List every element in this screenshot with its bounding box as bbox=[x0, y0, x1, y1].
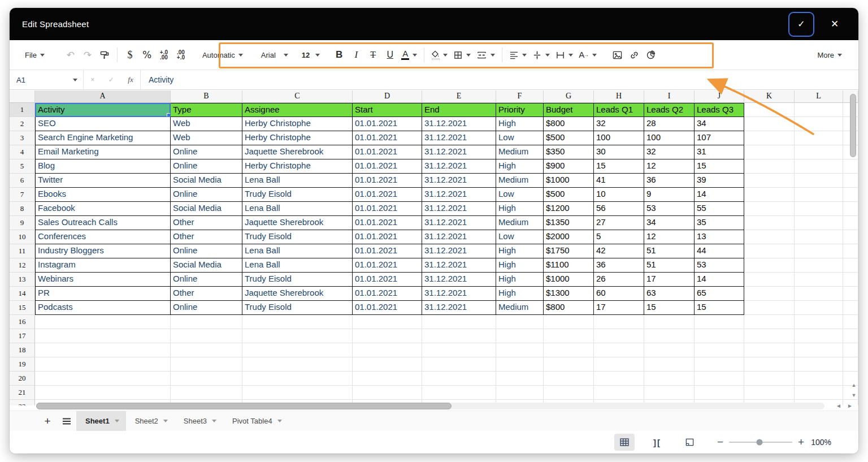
cell-G5[interactable]: $900 bbox=[544, 159, 594, 174]
scroll-up-icon[interactable]: ▲ bbox=[850, 382, 857, 388]
row-header-7[interactable]: 7 bbox=[10, 188, 35, 202]
cell-I2[interactable]: 28 bbox=[644, 117, 695, 131]
cell-C7[interactable]: Trudy Eisold bbox=[242, 188, 353, 202]
cell-A10[interactable]: Conferences bbox=[35, 230, 171, 244]
column-header-D[interactable]: D bbox=[353, 90, 422, 103]
cell-B4[interactable]: Online bbox=[171, 145, 242, 159]
cell-A17[interactable] bbox=[35, 329, 171, 343]
borders-button[interactable] bbox=[450, 45, 474, 64]
cell-K13[interactable] bbox=[744, 273, 795, 287]
cell-J4[interactable]: 31 bbox=[695, 145, 744, 159]
cell-I12[interactable]: 51 bbox=[644, 258, 695, 273]
cell-E18[interactable] bbox=[422, 343, 496, 357]
cell-I16[interactable] bbox=[644, 315, 695, 329]
row-header-17[interactable]: 17 bbox=[10, 329, 35, 343]
cell-B12[interactable]: Social Media bbox=[171, 258, 242, 273]
cell-C1[interactable]: Assignee bbox=[242, 103, 353, 117]
horizontal-scrollbar[interactable] bbox=[36, 403, 824, 409]
cell-G12[interactable]: $1100 bbox=[544, 258, 594, 273]
cell-G13[interactable]: $1000 bbox=[544, 273, 594, 287]
chevron-down-icon[interactable] bbox=[163, 420, 168, 422]
cell-C16[interactable] bbox=[242, 315, 353, 329]
cell-A6[interactable]: Twitter bbox=[35, 174, 171, 188]
merge-cells-button[interactable] bbox=[474, 45, 498, 64]
cell-B2[interactable]: Web bbox=[171, 117, 242, 131]
cell-C2[interactable]: Herby Christophe bbox=[242, 117, 353, 131]
cell-B6[interactable]: Social Media bbox=[171, 174, 242, 188]
cell-C17[interactable] bbox=[242, 329, 353, 343]
cell-F8[interactable]: High bbox=[496, 202, 544, 216]
cell-C5[interactable]: Herby Christophe bbox=[242, 159, 353, 174]
horizontal-scrollbar-thumb[interactable] bbox=[36, 403, 452, 409]
scroll-down-icon[interactable]: ▼ bbox=[850, 392, 857, 398]
sheet-tab-sheet1[interactable]: Sheet1 bbox=[76, 411, 126, 431]
cell-G3[interactable]: $500 bbox=[544, 131, 594, 145]
underline-button[interactable]: U bbox=[381, 45, 398, 64]
cell-C4[interactable]: Jaquette Sherebrook bbox=[242, 145, 353, 159]
cell-A14[interactable]: PR bbox=[35, 287, 171, 301]
column-header-G[interactable]: G bbox=[544, 90, 594, 103]
insert-image-button[interactable] bbox=[609, 45, 626, 64]
cell-D18[interactable] bbox=[353, 343, 422, 357]
cell-C20[interactable] bbox=[242, 372, 353, 386]
cell-H10[interactable]: 5 bbox=[594, 230, 644, 244]
column-header-K[interactable]: K bbox=[744, 90, 795, 103]
cell-G10[interactable]: $2000 bbox=[544, 230, 594, 244]
cell-I19[interactable] bbox=[644, 357, 695, 372]
cell-F4[interactable]: Medium bbox=[496, 145, 544, 159]
cell-K9[interactable] bbox=[744, 216, 795, 230]
cell-L18[interactable] bbox=[795, 343, 843, 357]
cell-F3[interactable]: Low bbox=[496, 131, 544, 145]
row-header-12[interactable]: 12 bbox=[10, 258, 35, 273]
cell-L7[interactable] bbox=[795, 188, 843, 202]
vertical-scrollbar[interactable] bbox=[850, 93, 857, 398]
cell-name-box[interactable]: A1 bbox=[10, 70, 83, 89]
cell-E2[interactable]: 31.12.2021 bbox=[422, 117, 496, 131]
cell-D12[interactable]: 01.01.2021 bbox=[353, 258, 422, 273]
cell-B19[interactable] bbox=[171, 357, 242, 372]
column-header-J[interactable]: J bbox=[695, 90, 744, 103]
cell-H1[interactable]: Leads Q1 bbox=[594, 103, 644, 117]
cell-J17[interactable] bbox=[695, 329, 744, 343]
cell-F6[interactable]: Medium bbox=[496, 174, 544, 188]
column-header-F[interactable]: F bbox=[496, 90, 544, 103]
column-header-A[interactable]: A bbox=[35, 90, 171, 103]
cell-A12[interactable]: Instagram bbox=[35, 258, 171, 273]
row-header-21[interactable]: 21 bbox=[10, 386, 35, 400]
cell-E4[interactable]: 31.12.2021 bbox=[422, 145, 496, 159]
cell-H9[interactable]: 27 bbox=[594, 216, 644, 230]
cell-J5[interactable]: 15 bbox=[695, 159, 744, 174]
cell-F21[interactable] bbox=[496, 386, 544, 400]
cell-I5[interactable]: 12 bbox=[644, 159, 695, 174]
currency-format-button[interactable]: $ bbox=[121, 45, 138, 64]
insert-chart-button[interactable] bbox=[643, 45, 659, 64]
cell-B1[interactable]: Type bbox=[171, 103, 242, 117]
cell-C8[interactable]: Lena Ball bbox=[242, 202, 353, 216]
cell-J7[interactable]: 14 bbox=[695, 188, 744, 202]
cell-F17[interactable] bbox=[496, 329, 544, 343]
row-header-6[interactable]: 6 bbox=[10, 174, 35, 188]
cell-L1[interactable] bbox=[795, 103, 843, 117]
row-header-13[interactable]: 13 bbox=[10, 273, 35, 287]
cell-F15[interactable]: Medium bbox=[496, 301, 544, 315]
cell-I10[interactable]: 12 bbox=[644, 230, 695, 244]
cell-F18[interactable] bbox=[496, 343, 544, 357]
cell-K16[interactable] bbox=[744, 315, 795, 329]
row-header-20[interactable]: 20 bbox=[10, 372, 35, 386]
cell-G20[interactable] bbox=[544, 372, 594, 386]
cell-H4[interactable]: 30 bbox=[594, 145, 644, 159]
cell-C3[interactable]: Herby Christophe bbox=[242, 131, 353, 145]
cell-A5[interactable]: Blog bbox=[35, 159, 171, 174]
cell-J13[interactable]: 14 bbox=[695, 273, 744, 287]
cell-K10[interactable] bbox=[744, 230, 795, 244]
cell-E19[interactable] bbox=[422, 357, 496, 372]
scroll-right-icon[interactable]: ► bbox=[847, 403, 853, 409]
cell-H3[interactable]: 100 bbox=[594, 131, 644, 145]
cell-A15[interactable]: Podcasts bbox=[35, 301, 171, 315]
formula-cancel-icon[interactable]: × bbox=[90, 76, 94, 84]
cell-E15[interactable]: 31.12.2021 bbox=[422, 301, 496, 315]
cell-J12[interactable]: 53 bbox=[695, 258, 744, 273]
cell-B5[interactable]: Online bbox=[171, 159, 242, 174]
cell-L21[interactable] bbox=[795, 386, 843, 400]
split-view-button[interactable]: ][ bbox=[647, 434, 667, 451]
